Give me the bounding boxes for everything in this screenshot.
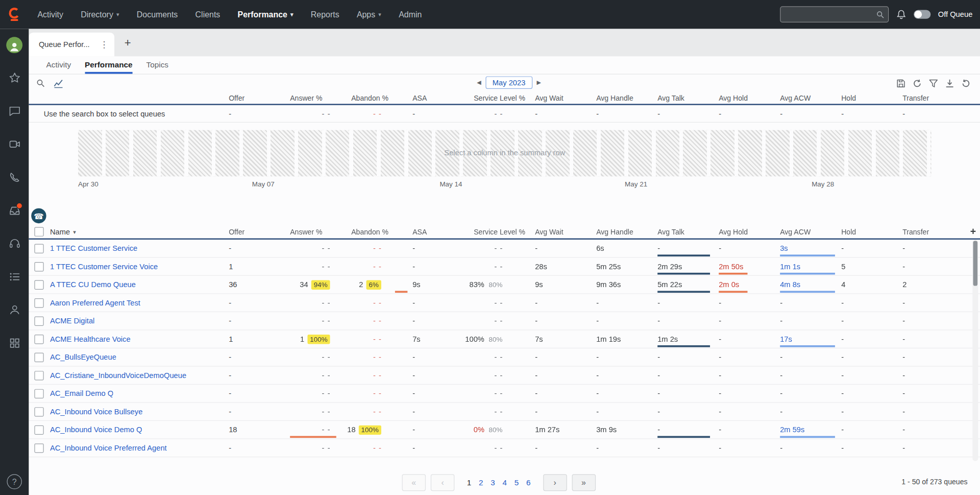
- tab-menu-kebab-icon[interactable]: ⋮: [100, 39, 108, 50]
- column-header-hold[interactable]: Hold: [841, 94, 902, 102]
- column-header-avg-talk[interactable]: Avg Talk: [657, 228, 719, 235]
- metric-cell[interactable]: --: [290, 294, 351, 312]
- metric-cell[interactable]: 5: [841, 257, 902, 275]
- metric-cell[interactable]: -: [657, 367, 719, 384]
- metric-cell[interactable]: 2m 0s: [719, 276, 780, 293]
- first-page-button[interactable]: «: [402, 474, 426, 491]
- column-header-service-level-[interactable]: Service Level %: [474, 228, 535, 235]
- queue-name-link[interactable]: Aaron Preferred Agent Test: [50, 298, 140, 307]
- column-header-avg-acw[interactable]: Avg ACW: [780, 228, 841, 235]
- column-header-answer-[interactable]: Answer %: [290, 228, 351, 235]
- queue-name-link[interactable]: AC_Inbound Voice Preferred Agent: [50, 443, 167, 452]
- next-interval-button[interactable]: ▶: [535, 78, 543, 88]
- sidebar-chat-button[interactable]: [0, 95, 29, 128]
- metric-cell[interactable]: -: [657, 348, 719, 366]
- metric-cell[interactable]: -: [596, 367, 657, 384]
- column-header-avg-hold[interactable]: Avg Hold: [719, 94, 780, 102]
- workspace-tab-queue-performance[interactable]: Queue Perfor... ⋮: [29, 33, 114, 57]
- metric-cell[interactable]: 18100%: [351, 421, 412, 438]
- metric-cell[interactable]: 4m 8s: [780, 276, 841, 293]
- prev-page-button[interactable]: ‹: [431, 474, 455, 491]
- metric-cell[interactable]: -: [229, 348, 290, 366]
- metric-cell[interactable]: -: [719, 421, 780, 438]
- metric-cell[interactable]: --: [290, 439, 351, 457]
- page-link-4[interactable]: 4: [502, 478, 507, 487]
- queue-name-link[interactable]: AC_Inbound Voice Bullseye: [50, 407, 142, 416]
- page-link-5[interactable]: 5: [514, 478, 519, 487]
- summary-cell[interactable]: -: [596, 105, 657, 122]
- select-all-checkbox[interactable]: [34, 227, 43, 236]
- row-checkbox[interactable]: [34, 443, 43, 453]
- row-checkbox[interactable]: [34, 352, 43, 362]
- last-page-button[interactable]: »: [572, 474, 596, 491]
- metric-cell[interactable]: -: [719, 385, 780, 402]
- column-header-avg-handle[interactable]: Avg Handle: [596, 228, 657, 235]
- metric-cell[interactable]: -: [657, 421, 719, 438]
- metric-cell[interactable]: --: [351, 331, 412, 348]
- metric-cell[interactable]: -: [719, 403, 780, 420]
- metric-cell[interactable]: 0%80%: [474, 421, 535, 438]
- metric-cell[interactable]: --: [474, 367, 535, 384]
- column-header-avg-wait[interactable]: Avg Wait: [535, 94, 596, 102]
- row-checkbox[interactable]: [34, 425, 43, 434]
- row-checkbox[interactable]: [34, 298, 43, 307]
- metric-cell[interactable]: --: [474, 439, 535, 457]
- column-header-abandon-[interactable]: Abandon %: [351, 228, 412, 235]
- metric-cell[interactable]: -: [841, 331, 902, 348]
- queue-name-link[interactable]: A TTEC CU Demo Queue: [50, 280, 136, 289]
- metric-cell[interactable]: -: [412, 257, 474, 275]
- summary-cell[interactable]: -: [902, 105, 964, 122]
- column-header-answer-[interactable]: Answer %: [290, 94, 351, 102]
- metric-cell[interactable]: -: [841, 312, 902, 329]
- metric-cell[interactable]: -: [719, 439, 780, 457]
- metric-cell[interactable]: -: [841, 348, 902, 366]
- metric-cell[interactable]: -: [412, 421, 474, 438]
- metric-cell[interactable]: -: [841, 367, 902, 384]
- nav-activity[interactable]: Activity: [29, 0, 72, 29]
- metric-cell[interactable]: 17s: [780, 331, 841, 348]
- global-search-input[interactable]: [785, 9, 876, 19]
- metric-cell[interactable]: -: [719, 367, 780, 384]
- subtab-activity[interactable]: Activity: [46, 56, 71, 74]
- metric-cell[interactable]: -: [657, 385, 719, 402]
- page-link-6[interactable]: 6: [526, 478, 531, 487]
- metric-cell[interactable]: --: [290, 367, 351, 384]
- metric-cell[interactable]: -: [780, 385, 841, 402]
- save-view-icon[interactable]: [896, 78, 906, 88]
- metric-cell[interactable]: --: [474, 294, 535, 312]
- metric-cell[interactable]: -: [719, 331, 780, 348]
- column-header-asa[interactable]: ASA: [412, 94, 474, 102]
- row-checkbox[interactable]: [34, 262, 43, 271]
- metric-cell[interactable]: --: [474, 348, 535, 366]
- metric-cell[interactable]: -: [902, 240, 964, 257]
- metric-cell[interactable]: 2m 50s: [719, 257, 780, 275]
- nav-directory[interactable]: Directory▾: [72, 0, 128, 29]
- metric-cell[interactable]: 1: [229, 257, 290, 275]
- summary-cell[interactable]: -: [841, 105, 902, 122]
- metric-cell[interactable]: --: [351, 403, 412, 420]
- column-header-hold[interactable]: Hold: [841, 228, 902, 235]
- metric-cell[interactable]: -: [657, 240, 719, 257]
- metric-cell[interactable]: -: [229, 367, 290, 384]
- row-checkbox[interactable]: [34, 244, 43, 253]
- metric-cell[interactable]: -: [412, 439, 474, 457]
- metric-cell[interactable]: -: [657, 403, 719, 420]
- metric-cell[interactable]: 9s: [412, 276, 474, 293]
- metric-cell[interactable]: 1m 1s: [780, 257, 841, 275]
- page-link-2[interactable]: 2: [479, 478, 483, 487]
- summary-cell[interactable]: -: [535, 105, 596, 122]
- metric-cell[interactable]: -: [412, 403, 474, 420]
- metric-cell[interactable]: -: [841, 240, 902, 257]
- metric-cell[interactable]: --: [351, 367, 412, 384]
- row-checkbox[interactable]: [34, 316, 43, 325]
- metric-cell[interactable]: -: [841, 385, 902, 402]
- metric-cell[interactable]: -: [841, 439, 902, 457]
- metric-cell[interactable]: -: [535, 294, 596, 312]
- metric-cell[interactable]: -: [535, 367, 596, 384]
- refresh-icon[interactable]: [912, 78, 923, 88]
- help-button[interactable]: ?: [7, 474, 21, 489]
- queue-name-link[interactable]: 1 TTEC Customer Service: [50, 244, 137, 253]
- metric-cell[interactable]: --: [351, 385, 412, 402]
- metric-cell[interactable]: -: [902, 312, 964, 329]
- column-header-avg-handle[interactable]: Avg Handle: [596, 94, 657, 102]
